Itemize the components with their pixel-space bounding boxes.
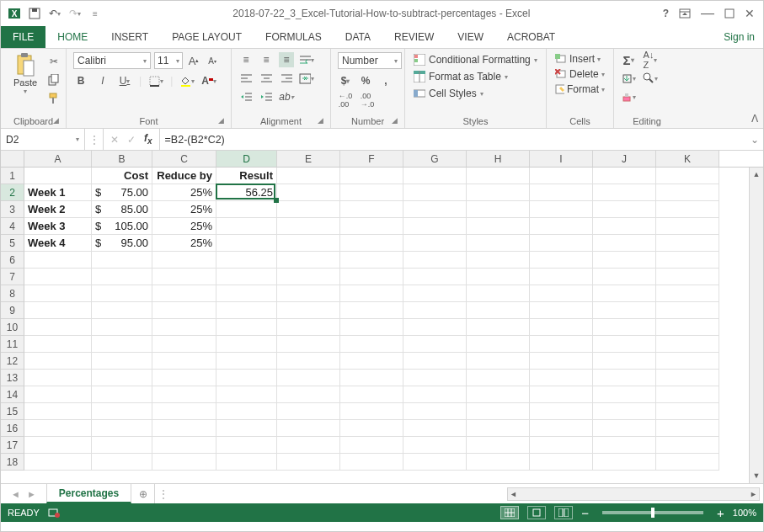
cell-J15[interactable] (593, 403, 656, 420)
align-bottom-icon[interactable]: ≡ (279, 52, 294, 67)
accounting-format-icon[interactable]: $ (338, 73, 353, 88)
cell-D7[interactable] (216, 269, 277, 285)
decrease-decimal-icon[interactable]: .00→.0 (360, 93, 375, 108)
cell-K10[interactable] (656, 319, 719, 336)
cell-D10[interactable] (216, 319, 277, 336)
cell-I14[interactable] (530, 386, 593, 403)
cell-C6[interactable] (152, 252, 216, 269)
cell-K7[interactable] (656, 269, 719, 285)
tab-data[interactable]: DATA (334, 26, 382, 48)
cell-F9[interactable] (340, 302, 403, 319)
indent-decrease-icon[interactable] (238, 89, 254, 104)
functions-nav-icon[interactable]: ⋮ (85, 129, 104, 150)
align-center-icon[interactable] (259, 71, 274, 86)
cell-J16[interactable] (593, 420, 656, 437)
expand-formula-bar-icon[interactable]: ⌄ (746, 129, 763, 150)
cell-E6[interactable] (277, 252, 340, 269)
cell-D1[interactable]: Result (216, 168, 277, 184)
cell-E9[interactable] (277, 302, 340, 319)
cell-F2[interactable] (340, 184, 403, 201)
cell-D16[interactable] (216, 420, 277, 437)
column-header-E[interactable]: E (277, 151, 340, 167)
wrap-text-icon[interactable] (299, 52, 314, 67)
cell-D3[interactable] (216, 201, 277, 218)
cell-A12[interactable] (24, 353, 92, 370)
cell-B18[interactable] (92, 454, 152, 471)
cell-K14[interactable] (656, 386, 719, 403)
cell-A13[interactable] (24, 370, 92, 386)
cell-B10[interactable] (92, 319, 152, 336)
font-size-select[interactable]: 11▾ (154, 52, 183, 69)
cell-D9[interactable] (216, 302, 277, 319)
tab-review[interactable]: REVIEW (382, 26, 446, 48)
cell-J14[interactable] (593, 386, 656, 403)
italic-button[interactable]: I (95, 73, 110, 88)
sheet-prev-icon[interactable]: ◄ (11, 489, 20, 499)
cell-J1[interactable] (593, 168, 656, 184)
cell-B13[interactable] (92, 370, 152, 386)
cell-K15[interactable] (656, 403, 719, 420)
cell-G7[interactable] (403, 269, 467, 285)
cell-B4[interactable]: 105.00 (92, 218, 152, 235)
clipboard-launcher-icon[interactable]: ◢ (53, 116, 59, 125)
cell-I11[interactable] (530, 336, 593, 353)
row-header-15[interactable]: 15 (1, 403, 24, 420)
row-header-9[interactable]: 9 (1, 302, 24, 319)
cell-F11[interactable] (340, 336, 403, 353)
underline-button[interactable]: U (117, 73, 132, 88)
cell-K4[interactable] (656, 218, 719, 235)
cell-B8[interactable] (92, 285, 152, 302)
cell-H6[interactable] (467, 252, 530, 269)
cell-A8[interactable] (24, 285, 92, 302)
cell-I2[interactable] (530, 184, 593, 201)
cell-A14[interactable] (24, 386, 92, 403)
cell-H9[interactable] (467, 302, 530, 319)
cell-G5[interactable] (403, 235, 467, 252)
cell-H2[interactable] (467, 184, 530, 201)
sheet-tab-percentages[interactable]: Percentages (46, 484, 131, 503)
cell-H11[interactable] (467, 336, 530, 353)
column-header-G[interactable]: G (403, 151, 467, 167)
cell-A7[interactable] (24, 269, 92, 285)
cell-D6[interactable] (216, 252, 277, 269)
row-header-3[interactable]: 3 (1, 201, 24, 218)
column-header-I[interactable]: I (530, 151, 593, 167)
cell-I18[interactable] (530, 454, 593, 471)
cell-K3[interactable] (656, 201, 719, 218)
cell-G2[interactable] (403, 184, 467, 201)
cell-B9[interactable] (92, 302, 152, 319)
cell-B5[interactable]: 95.00 (92, 235, 152, 252)
cell-D8[interactable] (216, 285, 277, 302)
cell-B14[interactable] (92, 386, 152, 403)
cell-G3[interactable] (403, 201, 467, 218)
fill-handle[interactable] (274, 198, 279, 203)
cell-A6[interactable] (24, 252, 92, 269)
column-header-K[interactable]: K (656, 151, 719, 167)
cell-F16[interactable] (340, 420, 403, 437)
cell-styles-button[interactable]: Cell Styles▾ (412, 86, 539, 101)
sign-in-link[interactable]: Sign in (715, 26, 763, 48)
cell-C7[interactable] (152, 269, 216, 285)
cell-B6[interactable] (92, 252, 152, 269)
cell-J13[interactable] (593, 370, 656, 386)
cell-E1[interactable] (277, 168, 340, 184)
row-header-2[interactable]: 2 (1, 184, 24, 201)
cell-I6[interactable] (530, 252, 593, 269)
conditional-formatting-button[interactable]: Conditional Formatting▾ (412, 52, 539, 67)
save-icon[interactable] (26, 5, 43, 22)
number-format-select[interactable]: Number▾ (338, 52, 402, 69)
cell-C1[interactable]: Reduce by (152, 168, 216, 184)
cell-K13[interactable] (656, 370, 719, 386)
row-header-13[interactable]: 13 (1, 370, 24, 386)
help-icon[interactable]: ? (663, 8, 669, 19)
cell-K8[interactable] (656, 285, 719, 302)
cell-I15[interactable] (530, 403, 593, 420)
cell-H17[interactable] (467, 437, 530, 454)
border-icon[interactable] (148, 73, 163, 88)
cell-D13[interactable] (216, 370, 277, 386)
qat-customize-icon[interactable]: ≡ (87, 5, 104, 22)
cell-F12[interactable] (340, 353, 403, 370)
cell-B16[interactable] (92, 420, 152, 437)
cell-K17[interactable] (656, 437, 719, 454)
cell-E2[interactable] (277, 184, 340, 201)
